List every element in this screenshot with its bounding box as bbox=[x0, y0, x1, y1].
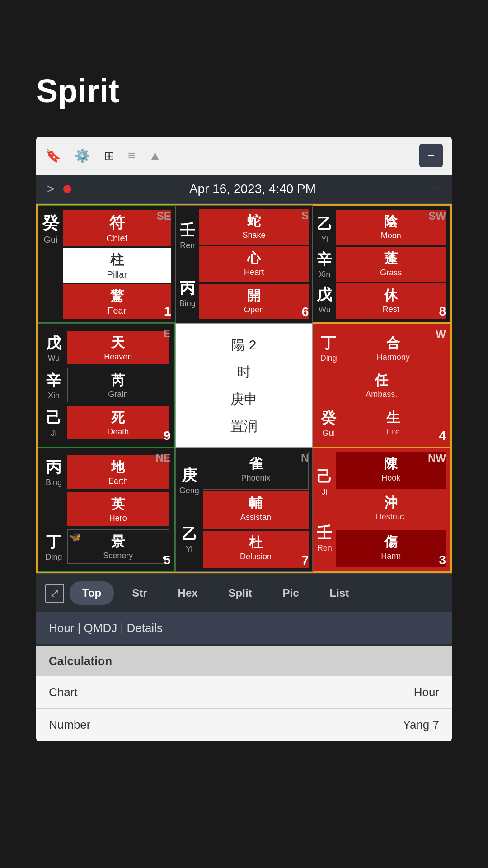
cell-e: E 戊 Wu 天 Heaven 辛 Xin bbox=[38, 323, 175, 448]
chart-grid: SE 癸 Gui 符 Chief 柱 Pillar 驚 bbox=[36, 204, 452, 573]
direction-ne: NE bbox=[155, 452, 170, 464]
number-value: Yang 7 bbox=[403, 718, 439, 732]
tab-top[interactable]: Top bbox=[70, 581, 114, 605]
number-w: 4 bbox=[439, 429, 446, 443]
chart-label: Chart bbox=[49, 685, 78, 699]
number-sw: 8 bbox=[439, 304, 446, 319]
red-dot bbox=[63, 185, 71, 193]
chart-value: Hour bbox=[414, 685, 439, 699]
cell-center: 陽 2 时 庚申 置润 bbox=[175, 323, 313, 448]
date-arrow[interactable]: > bbox=[47, 182, 54, 196]
number-e: 9 bbox=[164, 429, 171, 443]
cell-se: SE 癸 Gui 符 Chief 柱 Pillar 驚 bbox=[38, 205, 175, 323]
tab-hex[interactable]: Hex bbox=[165, 581, 211, 605]
tab-list[interactable]: List bbox=[317, 581, 362, 605]
settings-icon[interactable]: ⚙️ bbox=[75, 148, 90, 163]
menu-icon[interactable]: ≡ bbox=[128, 148, 135, 163]
direction-n: N bbox=[301, 452, 309, 464]
direction-s: S bbox=[301, 209, 309, 222]
detail-row-chart: Chart Hour bbox=[36, 676, 452, 709]
direction-w: W bbox=[436, 328, 446, 340]
number-label: Number bbox=[49, 718, 90, 732]
date-bar: > Apr 16, 2023, 4:40 PM − bbox=[36, 175, 452, 204]
date-minus[interactable]: − bbox=[434, 182, 441, 196]
minus-button[interactable]: − bbox=[419, 144, 443, 167]
number-s: 6 bbox=[302, 305, 309, 319]
detail-row-number: Number Yang 7 bbox=[36, 709, 452, 741]
tab-pic[interactable]: Pic bbox=[270, 581, 312, 605]
direction-sw: SW bbox=[428, 210, 446, 222]
number-se: 1 bbox=[164, 304, 171, 319]
date-text: Apr 16, 2023, 4:40 PM bbox=[80, 182, 424, 196]
number-nw: 3 bbox=[439, 553, 446, 567]
cell-nw: NW 己 Ji 壬 Ren 陳 Hook bbox=[313, 448, 450, 572]
number-ne: 5 bbox=[164, 553, 171, 567]
section-header: Hour | QMDJ | Details bbox=[36, 612, 452, 644]
expand-icon[interactable]: ⤢ bbox=[45, 584, 64, 603]
cell-ne: NE 丙 Bing 地 Earth _ bbox=[38, 448, 175, 572]
direction-se: SE bbox=[157, 210, 171, 222]
direction-e: E bbox=[164, 327, 171, 340]
detail-header: Calculation bbox=[36, 646, 452, 676]
main-container: 🔖 ⚙️ ⊞ ≡ ▲ − > Apr 16, 2023, 4:40 PM − S… bbox=[36, 137, 452, 741]
center-content: 陽 2 时 庚申 置润 bbox=[179, 327, 309, 443]
direction-nw: NW bbox=[428, 452, 446, 465]
cell-n: N 庚 Geng 乙 Yi 雀 Phoenix bbox=[175, 448, 313, 572]
number-n: 7 bbox=[302, 553, 309, 568]
toolbar: 🔖 ⚙️ ⊞ ≡ ▲ − bbox=[36, 137, 452, 175]
bookmark-icon[interactable]: 🔖 bbox=[45, 148, 61, 163]
detail-section: Calculation Chart Hour Number Yang 7 bbox=[36, 646, 452, 741]
tab-str[interactable]: Str bbox=[119, 581, 160, 605]
grid-icon[interactable]: ⊞ bbox=[104, 148, 114, 163]
cell-sw: SW 乙 Yi 辛 Xin 戊 Wu bbox=[313, 205, 450, 323]
cell-s: S 壬 Ren 丙 Bing 蛇 Snake bbox=[175, 205, 313, 323]
location-icon[interactable]: ▲ bbox=[149, 148, 161, 163]
bottom-tabs: ⤢ Top Str Hex Split Pic List bbox=[36, 573, 452, 612]
tab-split[interactable]: Split bbox=[216, 581, 265, 605]
cell-w: W 丁 Ding 合 Harmony 任 Ambass. bbox=[313, 323, 450, 448]
page-title: Spirit bbox=[0, 0, 488, 137]
